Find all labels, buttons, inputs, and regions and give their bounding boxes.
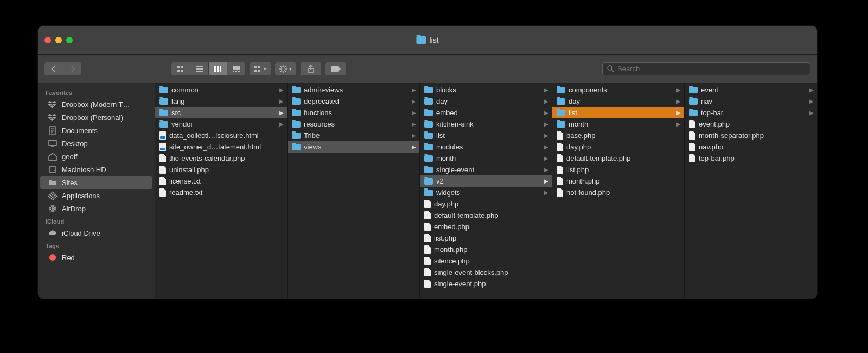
folder-icon xyxy=(48,178,58,187)
file-row[interactable]: widgets▶ xyxy=(420,187,552,198)
file-row[interactable]: common▶ xyxy=(155,84,287,96)
file-row[interactable]: single-event-blocks.php xyxy=(420,267,552,278)
file-row[interactable]: event▶ xyxy=(685,84,817,96)
view-gallery-button[interactable] xyxy=(227,62,245,75)
search-field[interactable] xyxy=(602,62,810,75)
back-button[interactable] xyxy=(44,62,63,75)
svg-point-18 xyxy=(281,67,285,71)
sidebar-item-geoff[interactable]: geoff xyxy=(40,150,152,163)
view-columns-button[interactable] xyxy=(208,62,227,75)
folder-icon xyxy=(159,121,168,128)
sidebar-item-sites[interactable]: Sites xyxy=(40,176,152,189)
file-name: site_owner_d…tatement.html xyxy=(169,143,284,151)
file-name: data_collecti…isclosure.html xyxy=(169,131,284,140)
dropbox-icon xyxy=(48,100,58,109)
file-row[interactable]: month.php xyxy=(552,175,684,187)
view-list-button[interactable] xyxy=(190,62,208,75)
file-row[interactable]: the-events-calendar.php xyxy=(155,153,287,164)
file-row[interactable]: event.php xyxy=(685,118,817,130)
search-input[interactable] xyxy=(617,65,806,73)
file-row[interactable]: not-found.php xyxy=(552,187,684,198)
chevron-right-icon: ▶ xyxy=(279,98,284,104)
sidebar-item-icloud-drive[interactable]: iCloud Drive xyxy=(40,226,152,239)
file-row[interactable]: default-template.php xyxy=(420,210,552,221)
file-row[interactable]: kitchen-sink▶ xyxy=(420,118,552,130)
file-row[interactable]: day▶ xyxy=(552,96,684,107)
file-row[interactable]: month▶ xyxy=(552,118,684,130)
sidebar-item-airdrop[interactable]: AirDrop xyxy=(40,202,152,215)
file-row[interactable]: embed▶ xyxy=(420,107,552,118)
file-name: silence.php xyxy=(434,257,548,265)
file-row[interactable]: nav.php xyxy=(685,141,817,153)
file-row[interactable]: v2▶ xyxy=(420,175,552,187)
file-row[interactable]: lang▶ xyxy=(155,96,287,107)
sidebar-item-red[interactable]: Red xyxy=(40,251,152,264)
sidebar-item-desktop[interactable]: Desktop xyxy=(40,137,152,150)
file-row[interactable]: vendor▶ xyxy=(155,118,287,130)
sidebar-item-macintosh-hd[interactable]: Macintosh HD xyxy=(40,163,152,176)
view-mode-group xyxy=(171,62,245,75)
file-row[interactable]: base.php xyxy=(552,130,684,141)
file-row[interactable]: top-bar.php xyxy=(685,153,817,164)
file-row[interactable]: month▶ xyxy=(420,153,552,164)
folder-icon xyxy=(689,110,698,116)
file-row[interactable]: src▶ xyxy=(155,107,287,118)
share-button[interactable] xyxy=(301,62,321,75)
file-row[interactable]: uninstall.php xyxy=(155,164,287,175)
close-icon[interactable] xyxy=(44,37,51,43)
sidebar-item-documents[interactable]: Documents xyxy=(40,124,152,137)
chevron-right-icon: ▶ xyxy=(544,178,548,184)
file-row[interactable]: nav▶ xyxy=(685,96,817,107)
file-row[interactable]: deprecated▶ xyxy=(288,96,419,107)
column-2: blocks▶day▶embed▶kitchen-sink▶list▶modul… xyxy=(420,83,552,299)
file-row[interactable]: blocks▶ xyxy=(420,84,552,96)
file-row[interactable]: day▶ xyxy=(420,96,552,107)
chevron-right-icon: ▶ xyxy=(412,98,416,104)
file-name: blocks xyxy=(436,86,541,94)
file-row[interactable]: top-bar▶ xyxy=(685,107,817,118)
forward-button[interactable] xyxy=(63,62,81,75)
file-row[interactable]: components▶ xyxy=(552,84,684,96)
file-row[interactable]: day.php xyxy=(420,198,552,210)
file-row[interactable]: list.php xyxy=(420,232,552,244)
file-row[interactable]: silence.php xyxy=(420,255,552,267)
sidebar-item-dropbox-modern-t[interactable]: Dropbox (Modern T… xyxy=(40,98,152,111)
svg-rect-12 xyxy=(235,71,237,72)
file-row[interactable]: functions▶ xyxy=(288,107,419,118)
minimize-icon[interactable] xyxy=(55,37,62,43)
chevron-right-icon: ▶ xyxy=(544,167,548,173)
file-row[interactable]: list.php xyxy=(552,164,684,175)
file-row[interactable]: modules▶ xyxy=(420,141,552,153)
action-button[interactable]: ▾ xyxy=(275,62,296,75)
file-name: embed xyxy=(436,109,541,117)
file-row[interactable]: list▶ xyxy=(552,107,684,118)
file-row[interactable]: views▶ xyxy=(288,141,419,153)
sidebar-item-dropbox-personal[interactable]: Dropbox (Personal) xyxy=(40,111,152,124)
file-row[interactable]: resources▶ xyxy=(288,118,419,130)
file-name: readme.txt xyxy=(169,188,284,197)
file-row[interactable]: Tribe▶ xyxy=(288,130,419,141)
file-row[interactable]: readme.txt xyxy=(155,187,287,198)
file-row[interactable]: admin-views▶ xyxy=(288,84,419,96)
file-row[interactable]: month-separator.php xyxy=(685,130,817,141)
file-row[interactable]: list▶ xyxy=(420,130,552,141)
file-row[interactable]: site_owner_d…tatement.html xyxy=(155,141,287,153)
chevron-right-icon: ▶ xyxy=(809,98,814,104)
file-row[interactable]: data_collecti…isclosure.html xyxy=(155,130,287,141)
folder-icon xyxy=(424,110,433,116)
file-row[interactable]: month.php xyxy=(420,244,552,255)
file-row[interactable]: single-event▶ xyxy=(420,164,552,175)
view-icons-button[interactable] xyxy=(171,62,190,75)
group-by-button[interactable]: ▾ xyxy=(250,62,271,75)
tags-button[interactable] xyxy=(326,62,346,75)
file-row[interactable]: single-event.php xyxy=(420,278,552,289)
file-row[interactable]: day.php xyxy=(552,141,684,153)
zoom-icon[interactable] xyxy=(66,37,73,43)
file-row[interactable]: default-template.php xyxy=(552,153,684,164)
folder-icon xyxy=(159,98,168,105)
doc-icon xyxy=(48,126,58,135)
file-row[interactable]: license.txt xyxy=(155,175,287,187)
window-body: FavoritesDropbox (Modern T…Dropbox (Pers… xyxy=(38,83,817,299)
file-row[interactable]: embed.php xyxy=(420,221,552,232)
sidebar-item-applications[interactable]: Applications xyxy=(40,189,152,202)
